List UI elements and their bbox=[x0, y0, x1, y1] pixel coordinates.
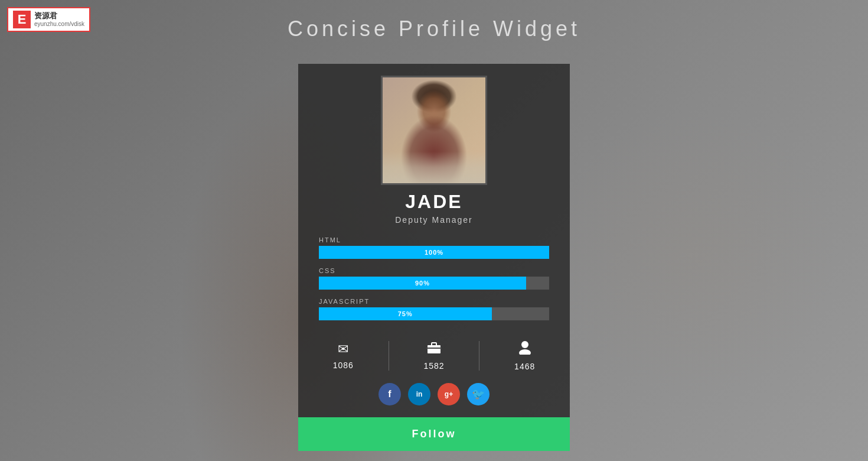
svg-point-4 bbox=[519, 349, 531, 355]
follow-button[interactable]: Follow bbox=[298, 417, 570, 451]
stat-person-value: 1468 bbox=[514, 362, 535, 371]
profile-widget-card: JADE Deputy Manager HTML 100% CSS 90% JA… bbox=[298, 64, 570, 451]
skill-html-value: 100% bbox=[425, 249, 443, 256]
skill-js-label: JAVASCRIPT bbox=[319, 298, 549, 305]
social-googleplus-button[interactable]: g+ bbox=[438, 383, 460, 405]
social-twitter-button[interactable]: 🐦 bbox=[467, 383, 490, 405]
skills-section: HTML 100% CSS 90% JAVASCRIPT 75% bbox=[298, 236, 570, 329]
stat-person: 1468 bbox=[479, 340, 570, 371]
avatar bbox=[381, 76, 487, 185]
skill-html-bar-bg: 100% bbox=[319, 246, 549, 259]
stats-row: ✉ 1086 1582 1468 bbox=[298, 329, 570, 383]
skill-css-bar-fill: 90% bbox=[319, 277, 526, 290]
social-row: f in g+ 🐦 bbox=[378, 383, 490, 405]
stat-email: ✉ 1086 bbox=[298, 342, 389, 370]
skill-js-bar-fill: 75% bbox=[319, 307, 492, 320]
social-facebook-button[interactable]: f bbox=[378, 383, 401, 405]
svg-rect-1 bbox=[432, 343, 436, 346]
svg-rect-2 bbox=[426, 348, 442, 349]
stat-briefcase: 1582 bbox=[389, 341, 479, 371]
svg-point-3 bbox=[521, 341, 528, 348]
page-title: Concise Profile Widget bbox=[0, 17, 868, 41]
skill-html-label: HTML bbox=[319, 236, 549, 244]
stat-briefcase-value: 1582 bbox=[423, 361, 444, 371]
svg-rect-0 bbox=[428, 345, 440, 353]
briefcase-icon bbox=[426, 341, 442, 358]
person-icon bbox=[518, 340, 531, 358]
skill-js-bar-bg: 75% bbox=[319, 307, 549, 320]
skill-html: HTML 100% bbox=[319, 236, 549, 259]
social-linkedin-button[interactable]: in bbox=[408, 383, 430, 405]
profile-job-title: Deputy Manager bbox=[395, 215, 473, 225]
skill-javascript: JAVASCRIPT 75% bbox=[319, 298, 549, 320]
profile-name: JADE bbox=[405, 191, 462, 213]
skill-js-value: 75% bbox=[398, 310, 413, 317]
skill-css-value: 90% bbox=[415, 280, 430, 287]
stat-email-value: 1086 bbox=[333, 361, 354, 370]
skill-css: CSS 90% bbox=[319, 267, 549, 290]
email-icon: ✉ bbox=[338, 342, 348, 357]
avatar-image bbox=[383, 77, 485, 183]
skill-html-bar-fill: 100% bbox=[319, 246, 549, 259]
skill-css-label: CSS bbox=[319, 267, 549, 274]
skill-css-bar-bg: 90% bbox=[319, 277, 549, 290]
